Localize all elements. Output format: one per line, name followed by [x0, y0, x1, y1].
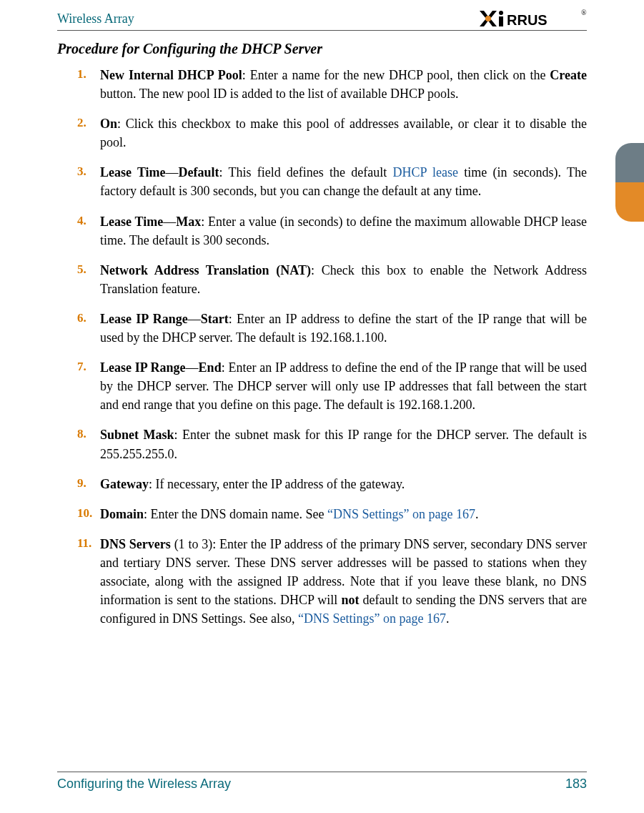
brand-logo: RRUS ®: [480, 9, 587, 28]
svg-rect-2: [499, 16, 503, 26]
item-number: 2.: [77, 114, 100, 152]
item-number: 7.: [77, 358, 100, 414]
item-bold: Default: [179, 165, 219, 179]
xirrus-logo-icon: RRUS ®: [480, 9, 587, 28]
item-lead: Subnet Mask: [100, 428, 174, 442]
section-heading: Procedure for Configuring the DHCP Serve…: [57, 41, 587, 57]
item-lead: Lease Time: [100, 165, 166, 179]
page-header: Wireless Array RRUS ®: [57, 7, 587, 31]
item-text: .: [446, 611, 450, 626]
item-number: 4.: [77, 212, 100, 250]
item-lead: On: [100, 117, 117, 131]
item-body: Lease Time—Default: This field defines t…: [100, 163, 587, 200]
header-title: Wireless Array: [57, 11, 134, 26]
item-text: : Click this checkbox to make this pool …: [100, 117, 587, 149]
item-body: Subnet Mask: Enter the subnet mask for t…: [100, 425, 587, 463]
item-text: : Enter the DNS domain name. See: [144, 507, 327, 521]
page-number: 183: [565, 777, 587, 792]
item-number: 11.: [77, 535, 100, 628]
item-lead: Network Address Translation (NAT): [100, 263, 311, 277]
list-item: 1. New Internal DHCP Pool: Enter a name …: [77, 66, 587, 103]
item-number: 5.: [77, 261, 100, 298]
list-item: 6. Lease IP Range—Start: Enter an IP add…: [77, 310, 587, 347]
list-item: 2. On: Click this checkbox to make this …: [77, 114, 587, 152]
list-item: 8. Subnet Mask: Enter the subnet mask fo…: [77, 425, 587, 463]
svg-text:®: ®: [581, 9, 587, 16]
item-number: 3.: [77, 163, 100, 200]
item-body: Gateway: If necessary, enter the IP addr…: [100, 475, 587, 493]
svg-point-1: [499, 11, 503, 15]
item-text: .: [475, 507, 479, 521]
item-bold: Start: [201, 312, 229, 326]
item-bold: End: [199, 360, 222, 375]
item-lead: Gateway: [100, 477, 149, 491]
item-dash: —: [163, 215, 176, 229]
item-dash: —: [186, 360, 199, 375]
item-number: 10.: [77, 505, 100, 523]
item-number: 6.: [77, 310, 100, 347]
svg-point-5: [485, 16, 491, 21]
item-text: button. The new pool ID is added to the …: [100, 87, 458, 101]
procedure-list: 1. New Internal DHCP Pool: Enter a name …: [77, 66, 587, 628]
item-bold: not: [341, 593, 359, 607]
list-item: 7. Lease IP Range—End: Enter an IP addre…: [77, 358, 587, 414]
item-number: 1.: [77, 66, 100, 103]
item-body: DNS Servers (1 to 3): Enter the IP addre…: [100, 535, 587, 628]
item-lead: Lease IP Range: [100, 312, 188, 326]
list-item: 9. Gateway: If necessary, enter the IP a…: [77, 475, 587, 493]
item-body: Domain: Enter the DNS domain name. See “…: [100, 505, 587, 523]
dns-settings-link[interactable]: “DNS Settings” on page 167: [298, 611, 446, 626]
dhcp-lease-link[interactable]: DHCP lease: [392, 165, 458, 179]
footer-section-title: Configuring the Wireless Array: [57, 777, 231, 792]
list-item: 3. Lease Time—Default: This field define…: [77, 163, 587, 200]
item-dash: —: [166, 165, 179, 179]
item-text: : This field defines the default: [219, 165, 393, 179]
item-dash: —: [188, 312, 201, 326]
item-body: Network Address Translation (NAT): Check…: [100, 261, 587, 298]
page-footer: Configuring the Wireless Array 183: [57, 772, 587, 792]
dns-settings-link[interactable]: “DNS Settings” on page 167: [327, 507, 475, 521]
item-lead: Domain: [100, 507, 144, 521]
item-body: Lease IP Range—Start: Enter an IP addres…: [100, 310, 587, 347]
item-body: On: Click this checkbox to make this poo…: [100, 114, 587, 152]
item-lead: New Internal DHCP Pool: [100, 68, 242, 82]
item-body: New Internal DHCP Pool: Enter a name for…: [100, 66, 587, 103]
svg-text:RRUS: RRUS: [507, 12, 548, 28]
item-body: Lease Time—Max: Enter a value (in second…: [100, 212, 587, 250]
section-tab-icon: [615, 143, 644, 222]
item-text: : Enter the subnet mask for this IP rang…: [100, 428, 587, 460]
item-lead: Lease Time: [100, 215, 163, 229]
list-item: 4. Lease Time—Max: Enter a value (in sec…: [77, 212, 587, 250]
item-number: 9.: [77, 475, 100, 493]
item-lead: Lease IP Range: [100, 360, 186, 375]
item-body: Lease IP Range—End: Enter an IP address …: [100, 358, 587, 414]
list-item: 5. Network Address Translation (NAT): Ch…: [77, 261, 587, 298]
list-item: 11. DNS Servers (1 to 3): Enter the IP a…: [77, 535, 587, 628]
page: Wireless Array RRUS ® Procedure for Conf…: [0, 0, 644, 813]
item-lead: DNS Servers: [100, 537, 171, 551]
item-bold: Max: [176, 215, 201, 229]
item-text: : If necessary, enter the IP address of …: [149, 477, 405, 491]
item-text: : Enter a name for the new DHCP pool, th…: [242, 68, 550, 82]
list-item: 10. Domain: Enter the DNS domain name. S…: [77, 505, 587, 523]
item-number: 8.: [77, 425, 100, 463]
item-bold: Create: [550, 68, 587, 82]
